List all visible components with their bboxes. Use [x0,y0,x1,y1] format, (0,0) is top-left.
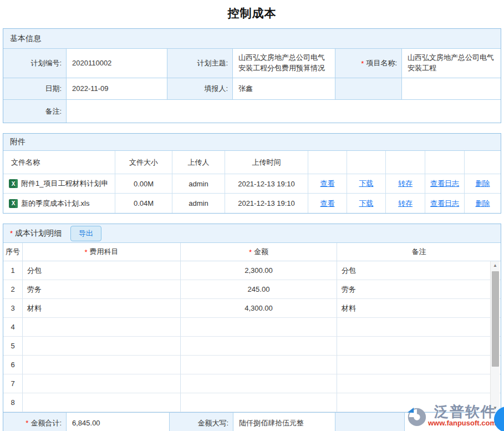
row-subject: 分包 [23,261,181,280]
detail-scrollbar[interactable]: ▲ ▼ [490,261,500,412]
row-remark: 劳务 [337,280,501,299]
row-remark: 材料 [337,299,501,318]
vendor-watermark: 泛普软件 www.fanpusoft.com [406,404,496,429]
attachment-file-size: 0.04M [115,194,172,213]
excel-file-icon: X [9,179,18,188]
attachment-uploader: admin [172,194,225,213]
amount-in-words-value: 陆仟捌佰肆拾伍元整 [233,413,335,431]
remark-value [67,100,501,123]
total-amount-value: 6,845.00 [67,413,170,431]
project-name-value: 山西弘文房地产总公司电气安装工程 [402,49,501,78]
col-header-action2 [347,151,386,174]
delete-link[interactable]: 删除 [476,199,490,209]
view-link[interactable]: 查看 [320,199,335,209]
col-header-action1 [308,151,347,174]
plan-subject-value: 山西弘文房地产总公司电气安装工程分包费用预算情况 [233,49,335,78]
basic-info-section-title: 基本信息 [10,34,41,44]
row-subject: 劳务 [23,280,181,299]
attachment-file-size: 0.00M [115,174,172,194]
row-amount: 245.00 [181,280,337,299]
row-amount [181,374,337,393]
row-amount [181,393,337,412]
attachment-uploader: admin [172,174,225,194]
empty-value-cell [402,78,501,100]
attachments-section-title: 附件 [10,137,26,147]
attachments-panel: 附件 文件名称 文件大小 上传人 上传时间 X 附件1_项目工程材料计划申 0.… [3,133,501,214]
col-header-uploader: 上传人 [172,151,225,174]
project-name-label: * 项目名称: [335,49,402,78]
cost-row: 3 材料 4,300.00 材料 [3,299,501,318]
vendor-url: www.fanpusoft.com [428,419,496,427]
row-remark [337,318,501,337]
row-subject [23,337,181,356]
row-remark: 分包 [337,261,501,280]
scroll-up-arrow[interactable]: ▲ [491,261,500,270]
col-header-file-name: 文件名称 [3,151,115,174]
plan-no-value: 2020110002 [67,49,167,78]
row-subject [23,356,181,374]
col-header-amount: * 金额 [181,243,337,261]
view-log-link[interactable]: 查看日志 [430,179,459,189]
col-header-action3 [386,151,425,174]
row-subject [23,374,181,393]
attachment-upload-time: 2021-12-13 19:10 [225,194,308,213]
reporter-label: 填报人: [167,78,233,100]
view-link[interactable]: 查看 [320,179,335,189]
scrollbar-thumb[interactable] [492,271,499,367]
delete-link[interactable]: 删除 [476,179,490,189]
cost-plan-table: 序号 * 费用科目 * 金额 备注 [3,243,501,261]
row-seq: 4 [3,318,23,337]
excel-file-icon: X [9,199,18,208]
col-header-upload-time: 上传时间 [225,151,308,174]
download-link[interactable]: 下载 [359,179,374,189]
transfer-link[interactable]: 转存 [398,199,413,209]
date-value: 2022-11-09 [67,78,167,100]
cost-row: 7 [3,374,501,393]
basic-info-grid: 计划编号: 2020110002 计划主题: 山西弘文房地产总公司电气安装工程分… [3,49,501,123]
empty-label-cell [335,78,402,100]
col-header-action5 [465,151,501,174]
cost-row: 2 劳务 245.00 劳务 [3,280,501,299]
row-amount [181,337,337,356]
basic-info-section-header: 基本信息 [3,29,501,49]
amount-in-words-label: 金额大写: [170,413,233,431]
attachments-section-header: 附件 [3,134,501,151]
row-remark [337,337,501,356]
row-amount [181,318,337,337]
footer-empty-label-cell [335,413,405,431]
row-amount [181,356,337,374]
cost-plan-panel: * 成本计划明细 导出 序号 * 费用科目 * 金额 备注 1 分包 2,300… [3,224,501,431]
row-seq: 1 [3,261,23,280]
view-log-link[interactable]: 查看日志 [430,199,459,209]
page-title: 控制成本 [0,0,504,28]
page: 控制成本 基本信息 计划编号: 2020110002 计划主题: 山西弘文房地产… [0,0,504,431]
row-seq: 7 [3,374,23,393]
attachments-table: 文件名称 文件大小 上传人 上传时间 X 附件1_项目工程材料计划申 0.00M… [3,151,501,213]
plan-subject-label: 计划主题: [167,49,233,78]
fanpu-logo-icon [406,406,427,429]
basic-info-panel: 基本信息 计划编号: 2020110002 计划主题: 山西弘文房地产总公司电气… [3,28,501,123]
row-amount: 4,300.00 [181,299,337,318]
required-asterisk: * [10,229,13,237]
row-subject [23,318,181,337]
cost-plan-section-header: * 成本计划明细 导出 [3,224,501,243]
export-button[interactable]: 导出 [70,226,101,241]
col-header-action4 [425,151,465,174]
row-seq: 8 [3,393,23,412]
attachment-row-file-name: X 附件1_项目工程材料计划申 [3,174,115,194]
required-asterisk: * [361,59,364,68]
col-header-remark: 备注 [337,243,501,261]
remark-label: 备注: [3,100,67,123]
cost-row: 4 [3,318,501,337]
attachment-upload-time: 2021-12-13 19:10 [225,174,308,194]
cost-row: 6 [3,356,501,374]
plan-no-label: 计划编号: [3,49,67,78]
row-seq: 3 [3,299,23,318]
transfer-link[interactable]: 转存 [398,179,413,189]
row-remark [337,374,501,393]
row-seq: 5 [3,337,23,356]
download-link[interactable]: 下载 [359,199,374,209]
cost-plan-section-title: 成本计划明细 [15,229,62,239]
row-subject: 材料 [23,299,181,318]
attachment-row-file-name: X 新的季度成本计划.xls [3,194,115,213]
